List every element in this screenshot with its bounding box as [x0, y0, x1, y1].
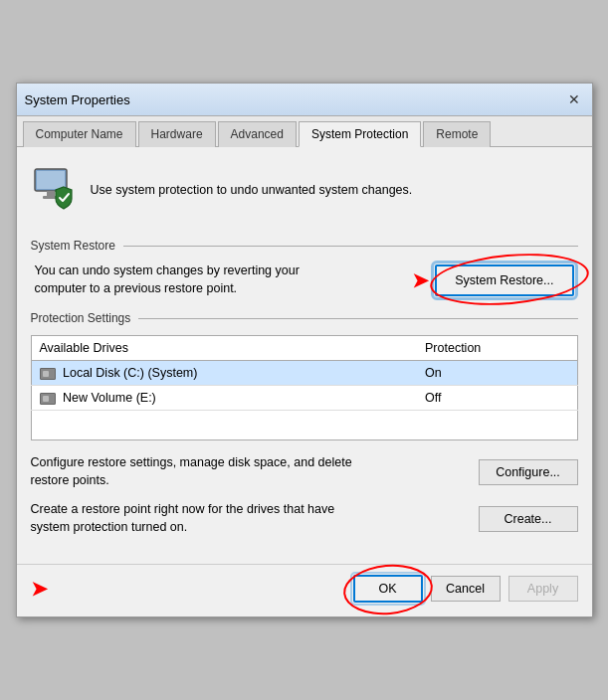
tab-advanced[interactable]: Advanced — [218, 121, 297, 147]
table-row[interactable]: Local Disk (C:) (System) On — [31, 361, 577, 386]
section-divider — [123, 246, 578, 247]
protection-settings-label: Protection Settings — [31, 311, 131, 325]
drive-protection-cell: On — [417, 361, 577, 386]
computer-shield-icon — [31, 167, 79, 215]
info-banner: Use system protection to undo unwanted s… — [31, 159, 578, 223]
dialog-title: System Properties — [25, 92, 130, 107]
configure-button[interactable]: Configure... — [479, 459, 578, 485]
create-button[interactable]: Create... — [479, 506, 578, 532]
table-row[interactable]: New Volume (E:) Off — [31, 386, 577, 411]
drive-name-cell: New Volume (E:) — [31, 386, 417, 411]
drives-table: Available Drives Protection Local Disk (… — [31, 335, 578, 440]
dialog-footer: ➤ OK Cancel Apply — [17, 564, 592, 616]
tab-hardware[interactable]: Hardware — [138, 121, 216, 147]
section-divider-2 — [138, 318, 577, 319]
drive-icon — [40, 393, 56, 405]
svg-rect-2 — [47, 191, 55, 196]
col-drives: Available Drives — [31, 336, 417, 361]
info-text: Use system protection to undo unwanted s… — [91, 182, 413, 200]
col-protection: Protection — [417, 336, 577, 361]
configure-description: Configure restore settings, manage disk … — [31, 454, 369, 489]
create-description: Create a restore point right now for the… — [31, 501, 369, 536]
cancel-button[interactable]: Cancel — [431, 576, 501, 602]
system-restore-label: System Restore — [31, 239, 115, 253]
tab-system-protection[interactable]: System Protection — [299, 121, 421, 147]
ok-button[interactable]: OK — [353, 575, 423, 603]
table-row-empty — [31, 411, 577, 440]
tab-bar: Computer Name Hardware Advanced System P… — [17, 116, 592, 147]
tab-remote[interactable]: Remote — [423, 121, 491, 147]
drive-protection-cell: Off — [417, 386, 577, 411]
drive-icon — [40, 368, 56, 380]
system-restore-body: You can undo system changes by reverting… — [31, 262, 578, 297]
system-properties-dialog: System Properties ✕ Computer Name Hardwa… — [16, 83, 593, 617]
system-restore-header: System Restore — [31, 239, 578, 253]
configure-row: Configure restore settings, manage disk … — [31, 454, 578, 489]
arrow-ok-icon: ➤ — [31, 577, 48, 601]
drive-name-cell: Local Disk (C:) (System) — [31, 361, 417, 386]
system-restore-button-wrapper: ➤ System Restore... — [412, 264, 573, 296]
drive-name: New Volume (E:) — [63, 391, 156, 405]
ok-button-wrapper: OK — [353, 575, 423, 603]
system-restore-description: You can undo system changes by reverting… — [35, 262, 353, 297]
close-button[interactable]: ✕ — [564, 89, 584, 109]
system-restore-section: System Restore You can undo system chang… — [31, 239, 578, 297]
svg-rect-1 — [37, 171, 65, 189]
tab-computer-name[interactable]: Computer Name — [23, 121, 136, 147]
apply-button[interactable]: Apply — [508, 576, 578, 602]
arrow-right-icon: ➤ — [412, 268, 429, 292]
drive-name: Local Disk (C:) (System) — [63, 366, 197, 380]
title-bar: System Properties ✕ — [17, 84, 592, 116]
dialog-content: Use system protection to undo unwanted s… — [17, 147, 592, 560]
system-restore-button[interactable]: System Restore... — [435, 264, 573, 296]
protection-settings-header: Protection Settings — [31, 311, 578, 325]
create-row: Create a restore point right now for the… — [31, 501, 578, 536]
protection-settings-section: Protection Settings Available Drives Pro… — [31, 311, 578, 440]
